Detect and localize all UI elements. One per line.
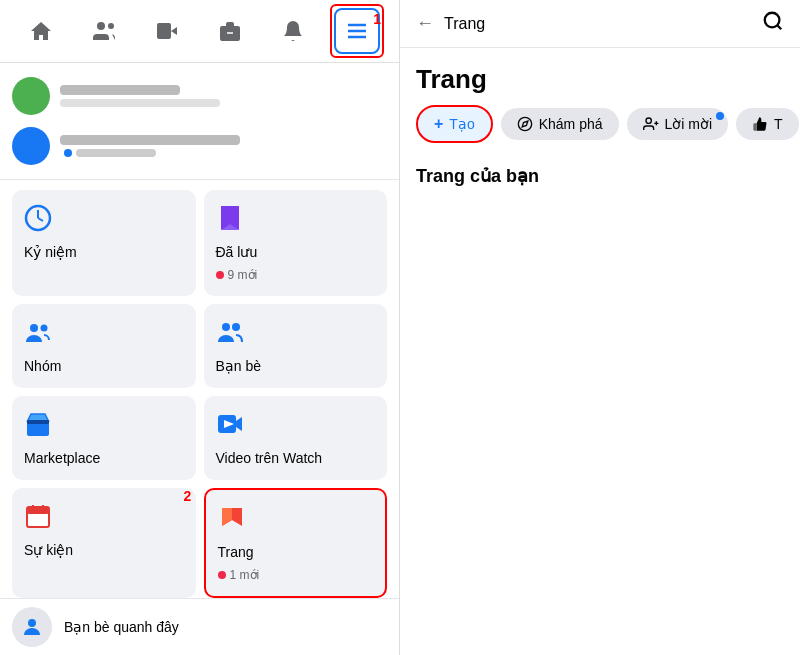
- svg-rect-2: [157, 23, 171, 39]
- svg-marker-3: [171, 27, 177, 35]
- ban-be-quanh-day-item[interactable]: Bạn bè quanh đây: [0, 598, 399, 655]
- ann-label-2: 2: [184, 488, 192, 504]
- svg-point-16: [41, 325, 48, 332]
- left-panel: 1 1: [0, 0, 400, 655]
- loi-moi-dot: [716, 112, 724, 120]
- user-info-1: [60, 85, 387, 107]
- nav-video[interactable]: [145, 9, 189, 53]
- da-luu-icon: [216, 204, 376, 236]
- nhom-label: Nhóm: [24, 358, 184, 374]
- nav-notifications[interactable]: [271, 9, 315, 53]
- loi-moi-icon: [643, 116, 659, 132]
- thich-icon: [752, 116, 768, 132]
- thich-label: T: [774, 116, 783, 132]
- search-button[interactable]: [762, 10, 784, 37]
- svg-point-17: [222, 323, 230, 331]
- trang-badge-text: 1 mới: [230, 568, 260, 582]
- da-luu-badge-text: 9 mới: [228, 268, 258, 282]
- svg-marker-34: [522, 121, 528, 127]
- user-sub-2-text: [76, 149, 156, 157]
- marketplace-label: Marketplace: [24, 450, 184, 466]
- user-row2-sub: [60, 149, 387, 157]
- trang-icon: [218, 504, 374, 536]
- trang-red-dot: [218, 571, 226, 579]
- da-luu-badge: 9 mới: [216, 268, 376, 282]
- trang-badge: 1 mới: [218, 568, 374, 582]
- ban-be-quanh-day-icon: [12, 607, 52, 647]
- svg-marker-22: [236, 417, 242, 431]
- video-watch-icon: [216, 410, 376, 442]
- svg-rect-19: [27, 422, 49, 436]
- menu-item-ky-niem[interactable]: Kỷ niệm: [12, 190, 196, 296]
- da-luu-label: Đã lưu: [216, 244, 376, 260]
- kham-pha-label: Khám phá: [539, 116, 603, 132]
- tao-icon: +: [434, 115, 443, 133]
- svg-line-32: [777, 25, 781, 29]
- menu-item-nhom[interactable]: Nhóm: [12, 304, 196, 388]
- user-row-2[interactable]: [12, 121, 387, 171]
- menu-item-da-luu[interactable]: Đã lưu 9 mới: [204, 190, 388, 296]
- annotation-1: 1: [380, 0, 388, 2]
- kham-pha-icon: [517, 116, 533, 132]
- tabs-row: + Tạo 3 Khám phá Lời mời T: [400, 105, 800, 155]
- back-button[interactable]: ←: [416, 13, 434, 34]
- user-sub-1: [60, 99, 220, 107]
- loi-moi-label: Lời mời: [665, 116, 713, 132]
- svg-rect-25: [27, 507, 49, 514]
- menu-item-ban-be[interactable]: Bạn bè: [204, 304, 388, 388]
- right-topbar: ← Trang: [400, 0, 800, 48]
- tab-thich[interactable]: T: [736, 108, 799, 140]
- top-nav: 1: [0, 0, 399, 63]
- tao-label: Tạo: [449, 116, 474, 132]
- section-title: Trang của bạn: [400, 155, 800, 197]
- svg-point-1: [108, 23, 114, 29]
- nav-marketplace[interactable]: [208, 9, 252, 53]
- svg-point-15: [30, 324, 38, 332]
- nhom-icon: [24, 318, 184, 350]
- su-kien-label: Sự kiện: [24, 542, 184, 558]
- ann3-wrapper: + Tạo 3: [416, 105, 493, 143]
- svg-line-12: [38, 218, 43, 221]
- svg-point-18: [232, 323, 240, 331]
- nav-friends[interactable]: [82, 9, 126, 53]
- marketplace-icon: [24, 410, 184, 442]
- svg-point-30: [28, 619, 36, 627]
- svg-marker-29: [222, 508, 232, 526]
- da-luu-red-dot: [216, 271, 224, 279]
- user-name-1: [60, 85, 180, 95]
- user-info-2: [60, 135, 387, 157]
- ky-niem-icon: [24, 204, 184, 236]
- menu-item-video-watch[interactable]: Video trên Watch: [204, 396, 388, 480]
- menu-grid: Kỷ niệm Đã lưu 9 mới: [0, 180, 399, 598]
- tab-tao[interactable]: + Tạo: [416, 105, 493, 143]
- user-section: [0, 63, 399, 180]
- video-watch-label: Video trên Watch: [216, 450, 376, 466]
- menu-item-trang[interactable]: Trang 1 mới 2: [204, 488, 388, 598]
- nav-home[interactable]: [19, 9, 63, 53]
- right-topbar-title: Trang: [444, 15, 752, 33]
- ban-be-label: Bạn bè: [216, 358, 376, 374]
- avatar-2: [12, 127, 50, 165]
- menu-item-marketplace[interactable]: Marketplace: [12, 396, 196, 480]
- svg-point-33: [518, 117, 531, 130]
- avatar-1: [12, 77, 50, 115]
- right-panel: ← Trang Trang + Tạo 3 Khám phá: [400, 0, 800, 655]
- tab-kham-pha[interactable]: Khám phá: [501, 108, 619, 140]
- ky-niem-label: Kỷ niệm: [24, 244, 184, 260]
- ban-be-quanh-day-label: Bạn bè quanh đây: [64, 619, 179, 635]
- svg-point-31: [765, 13, 780, 28]
- svg-point-0: [97, 22, 105, 30]
- page-heading: Trang: [400, 48, 800, 105]
- user-row-1[interactable]: [12, 71, 387, 121]
- menu-item-su-kien[interactable]: Sự kiện: [12, 488, 196, 598]
- ban-be-icon: [216, 318, 376, 350]
- ann-label-1: 1: [373, 11, 381, 27]
- svg-rect-20: [27, 420, 49, 424]
- svg-point-35: [646, 118, 651, 123]
- su-kien-icon: [24, 502, 184, 534]
- trang-label: Trang: [218, 544, 374, 560]
- user-name-2: [60, 135, 240, 145]
- notification-dot: [64, 149, 72, 157]
- tab-loi-moi[interactable]: Lời mời: [627, 108, 729, 140]
